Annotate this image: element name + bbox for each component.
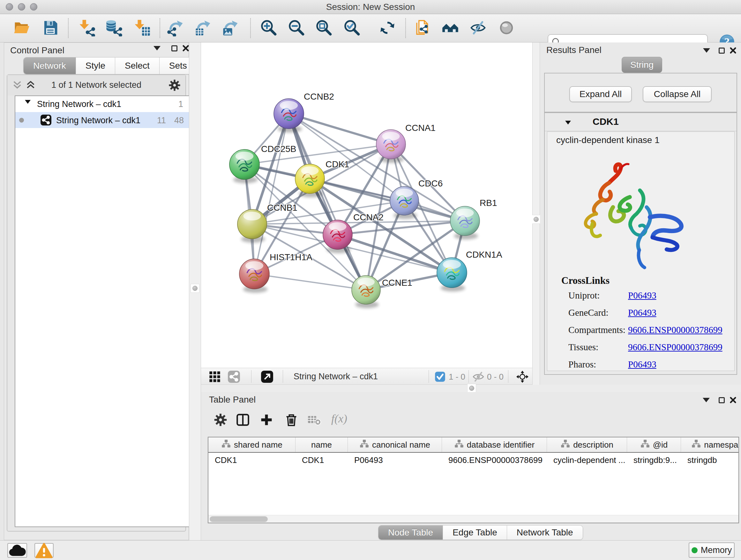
results-panel-close-icon[interactable] bbox=[728, 45, 738, 56]
tab-style[interactable]: Style bbox=[76, 57, 115, 74]
birds-eye-toggle-icon[interactable] bbox=[516, 370, 529, 383]
node-CDC25B[interactable] bbox=[229, 149, 259, 183]
cloud-button[interactable] bbox=[7, 543, 27, 558]
left-splitter[interactable] bbox=[189, 43, 201, 540]
zoom-fit-button[interactable] bbox=[314, 19, 333, 38]
table-cell[interactable]: CDK1 bbox=[295, 455, 348, 465]
node-CCNB2[interactable] bbox=[274, 99, 304, 132]
warnings-button[interactable] bbox=[35, 543, 54, 558]
column-header-database-identifier[interactable]: database identifier bbox=[442, 437, 547, 452]
node-CDKN1A[interactable] bbox=[437, 258, 467, 292]
right-splitter-handle[interactable] bbox=[532, 215, 541, 224]
tab-string[interactable]: String bbox=[622, 57, 662, 73]
network-options-gear-icon[interactable] bbox=[168, 79, 181, 91]
column-header-name[interactable]: name bbox=[295, 437, 348, 452]
manage-networks-button[interactable] bbox=[413, 19, 432, 38]
import-table-button[interactable] bbox=[133, 19, 151, 38]
tab-edge-table[interactable]: Edge Table bbox=[443, 525, 507, 540]
node-CCNB1[interactable] bbox=[238, 209, 267, 243]
tab-node-table[interactable]: Node Table bbox=[379, 525, 443, 540]
results-panel-menu-icon[interactable] bbox=[701, 45, 712, 56]
detach-view-icon[interactable] bbox=[260, 370, 274, 383]
expand-all-button[interactable]: Expand All bbox=[569, 86, 632, 102]
export-network-button[interactable] bbox=[166, 19, 185, 38]
node-CCNA1[interactable] bbox=[376, 130, 406, 163]
edge-CCNB2-CCNE1[interactable] bbox=[289, 114, 366, 290]
collection-expander-icon[interactable] bbox=[25, 97, 30, 107]
import-network-database-button[interactable] bbox=[105, 19, 123, 38]
control-panel-menu-icon[interactable] bbox=[151, 43, 162, 54]
network-view[interactable]: CCNB2CCNA1CDC25BCDK1CDC6RB1CCNB1CCNA2CDK… bbox=[201, 43, 532, 368]
column-header-description[interactable]: description bbox=[547, 437, 627, 452]
create-column-icon[interactable] bbox=[259, 412, 274, 428]
crosslink-value-link[interactable]: P06493 bbox=[628, 359, 657, 370]
crosslink-value-link[interactable]: P06493 bbox=[628, 307, 657, 318]
network-selection-status: 1 of 1 Network selected bbox=[7, 80, 185, 90]
grid-view-icon[interactable] bbox=[208, 370, 221, 383]
import-network-file-button[interactable] bbox=[77, 19, 96, 38]
show-preview-button[interactable] bbox=[497, 19, 516, 38]
table-cell[interactable]: cyclin-dependent ... bbox=[547, 455, 627, 465]
export-table-button[interactable] bbox=[194, 19, 212, 38]
edge-HIST1H1A-CCNE1[interactable] bbox=[254, 274, 366, 290]
network-type-icon bbox=[40, 114, 52, 128]
table-horizontal-scrollbar[interactable] bbox=[208, 515, 738, 523]
open-session-button[interactable] bbox=[12, 19, 31, 38]
network-share-icon[interactable] bbox=[227, 370, 241, 383]
memory-button[interactable]: Memory bbox=[689, 543, 735, 558]
column-header-label: description bbox=[573, 440, 613, 450]
crosslink-value-link[interactable]: P06493 bbox=[628, 290, 657, 301]
left-splitter-handle[interactable] bbox=[191, 284, 199, 293]
zoom-out-button[interactable] bbox=[287, 19, 306, 38]
table-panel-close-icon[interactable] bbox=[728, 395, 738, 406]
node-CDC6[interactable] bbox=[390, 186, 419, 219]
results-panel-float-icon[interactable] bbox=[716, 45, 727, 56]
control-panel-float-icon[interactable] bbox=[169, 43, 180, 54]
node-RB1[interactable] bbox=[450, 206, 480, 240]
edge-CCNB2-CCNA1[interactable] bbox=[289, 114, 391, 144]
zoom-in-button[interactable] bbox=[259, 19, 278, 38]
table-cell[interactable]: stringdb:9... bbox=[627, 455, 681, 465]
node-CDK1[interactable] bbox=[295, 164, 325, 197]
hidden-counts: 0 - 0 bbox=[487, 372, 503, 382]
hidden-eye-slash-icon[interactable] bbox=[472, 370, 485, 383]
tab-select[interactable]: Select bbox=[115, 57, 159, 74]
save-session-button[interactable] bbox=[41, 19, 60, 38]
column-header--id[interactable]: @id bbox=[627, 437, 681, 452]
crosslink-value-link[interactable]: 9606.ENSP00000378699 bbox=[628, 342, 723, 353]
column-header-canonical-name[interactable]: canonical name bbox=[348, 437, 442, 452]
bottom-splitter[interactable] bbox=[201, 385, 741, 392]
tab-network-table[interactable]: Network Table bbox=[507, 525, 583, 540]
right-splitter[interactable] bbox=[532, 43, 540, 385]
tab-network[interactable]: Network bbox=[23, 57, 76, 74]
delete-column-icon[interactable] bbox=[283, 412, 299, 428]
string-home-button[interactable] bbox=[441, 19, 460, 38]
show-columns-icon[interactable] bbox=[235, 412, 251, 428]
node-CCNE1[interactable] bbox=[352, 275, 381, 308]
network-row[interactable]: String Network – cdk1 11 48 bbox=[15, 112, 189, 128]
table-cell[interactable]: CDK1 bbox=[208, 455, 295, 465]
table-options-gear-icon[interactable] bbox=[212, 412, 228, 428]
table-cell[interactable]: 9606.ENSP00000378699 bbox=[442, 455, 547, 465]
table-panel-menu-icon[interactable] bbox=[701, 395, 712, 406]
network-collection-row[interactable]: String Network – cdk1 1 bbox=[15, 96, 189, 112]
scrollbar-thumb[interactable] bbox=[210, 516, 268, 522]
selected-checkbox-icon[interactable] bbox=[434, 370, 446, 383]
bottom-splitter-handle[interactable] bbox=[467, 384, 476, 393]
gene-section-header[interactable]: CDK1 bbox=[545, 113, 737, 131]
table-cell[interactable]: P06493 bbox=[348, 455, 442, 465]
node-HIST1H1A[interactable] bbox=[239, 259, 269, 293]
node-label-CDK1: CDK1 bbox=[326, 159, 349, 169]
column-header-namespace[interactable]: namespace bbox=[681, 437, 739, 452]
gene-expander-icon[interactable] bbox=[565, 118, 571, 127]
hide-preview-button[interactable] bbox=[469, 19, 487, 38]
zoom-selected-button[interactable] bbox=[342, 19, 361, 38]
node-CCNA2[interactable] bbox=[323, 220, 352, 253]
collapse-all-button[interactable]: Collapse All bbox=[643, 86, 712, 102]
export-image-button[interactable] bbox=[221, 19, 240, 38]
table-panel-float-icon[interactable] bbox=[716, 395, 727, 406]
table-cell[interactable]: stringdb bbox=[681, 455, 739, 465]
column-header-shared-name[interactable]: shared name bbox=[208, 437, 295, 452]
update-networks-button[interactable] bbox=[378, 19, 397, 38]
crosslink-value-link[interactable]: 9606.ENSP00000378699 bbox=[628, 325, 723, 335]
